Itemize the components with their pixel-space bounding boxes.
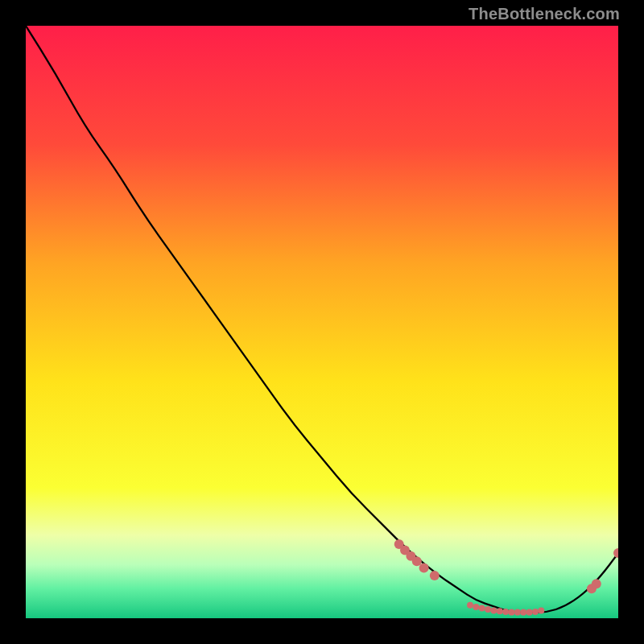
data-marker (592, 579, 601, 588)
data-marker (490, 607, 497, 613)
data-marker (520, 609, 526, 616)
data-marker (497, 608, 503, 614)
data-marker (473, 604, 479, 610)
chart-stage: TheBottleneck.com (0, 0, 644, 644)
data-marker (419, 563, 429, 572)
data-marker (509, 609, 515, 616)
data-marker (467, 602, 473, 609)
data-marker (514, 609, 521, 616)
data-marker (485, 606, 491, 613)
data-marker (479, 605, 485, 612)
heatmap-background (26, 26, 618, 618)
watermark-text: TheBottleneck.com (469, 5, 620, 23)
data-marker (526, 609, 533, 616)
chart-svg (26, 26, 618, 618)
data-marker (538, 607, 544, 613)
data-marker (532, 609, 539, 615)
data-marker (412, 556, 422, 566)
data-marker (430, 571, 440, 580)
plot-area (26, 26, 618, 618)
data-marker (502, 609, 509, 615)
